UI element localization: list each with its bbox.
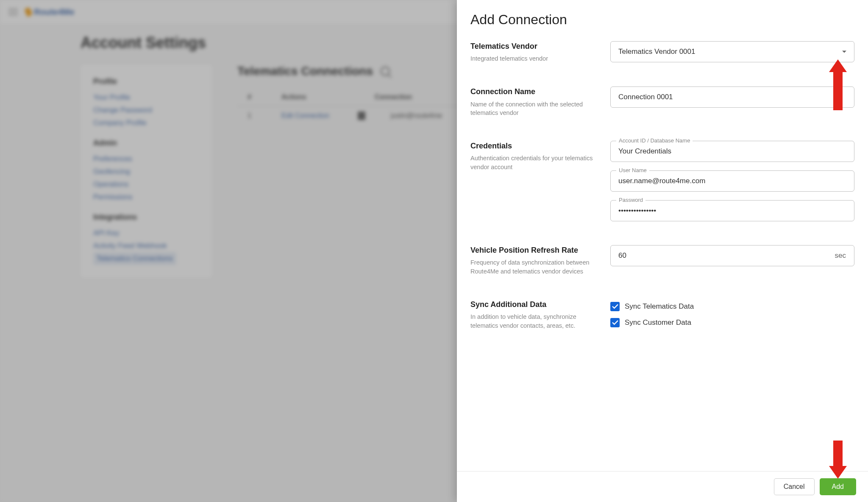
credentials-help: Authentication credentials for your tele… <box>470 154 598 171</box>
panel-header: Add Connection <box>457 0 868 36</box>
vendor-select[interactable]: Telematics Vendor 0001 <box>610 41 854 62</box>
vendor-select-value: Telematics Vendor 0001 <box>618 47 695 56</box>
username-label: User Name <box>616 167 649 173</box>
vendor-label: Telematics Vendor <box>470 41 598 52</box>
add-connection-panel: Add Connection Telematics Vendor Integra… <box>457 0 868 502</box>
connection-name-help: Name of the connection with the selected… <box>470 100 598 117</box>
refresh-rate-help: Frequency of data synchronization betwee… <box>470 258 598 276</box>
cancel-button[interactable]: Cancel <box>774 478 815 495</box>
password-input[interactable] <box>610 200 854 221</box>
sync-data-help: In addition to vehicle data, synchronize… <box>470 312 598 330</box>
connection-name-input[interactable] <box>610 86 854 108</box>
username-input[interactable] <box>610 170 854 192</box>
panel-body: Telematics Vendor Integrated telematics … <box>457 36 868 471</box>
vendor-row: Telematics Vendor Integrated telematics … <box>470 36 854 81</box>
checkbox-checked-icon <box>610 302 620 311</box>
account-id-label: Account ID / Database Name <box>616 137 693 144</box>
add-button[interactable]: Add <box>820 478 856 495</box>
sync-customer-checkbox[interactable]: Sync Customer Data <box>610 318 854 327</box>
vendor-help: Integrated telematics vendor <box>470 54 598 63</box>
credentials-row: Credentials Authentication credentials f… <box>470 136 854 240</box>
sync-telematics-label: Sync Telematics Data <box>625 302 694 311</box>
credentials-label: Credentials <box>470 141 598 151</box>
sync-customer-label: Sync Customer Data <box>625 318 691 327</box>
panel-title: Add Connection <box>470 12 854 28</box>
connection-name-row: Connection Name Name of the connection w… <box>470 81 854 136</box>
refresh-rate-label: Vehicle Position Refresh Rate <box>470 245 598 256</box>
sync-telematics-checkbox[interactable]: Sync Telematics Data <box>610 302 854 311</box>
refresh-rate-unit: sec <box>835 251 846 260</box>
connection-name-label: Connection Name <box>470 86 598 97</box>
chevron-down-icon <box>842 51 846 53</box>
refresh-rate-input[interactable] <box>610 245 854 266</box>
sync-data-label: Sync Additional Data <box>470 299 598 310</box>
account-id-input[interactable] <box>610 141 854 162</box>
checkbox-checked-icon <box>610 318 620 327</box>
panel-footer: Cancel Add <box>457 471 868 502</box>
refresh-rate-row: Vehicle Position Refresh Rate Frequency … <box>470 240 854 294</box>
password-label: Password <box>616 197 645 203</box>
sync-data-row: Sync Additional Data In addition to vehi… <box>470 294 854 338</box>
